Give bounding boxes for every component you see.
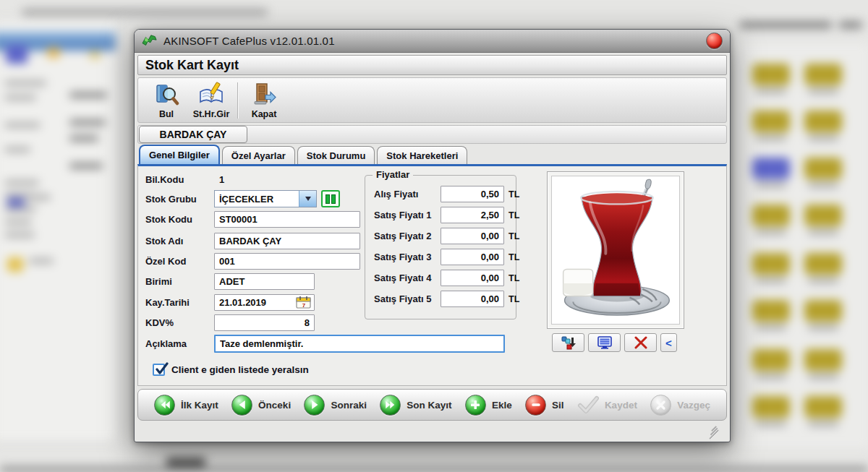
currency-label: TL	[509, 294, 519, 304]
ozel-kod-label: Özel Kod	[145, 256, 186, 267]
price-row: Satış Fiyatı 3 TL	[365, 249, 516, 266]
delete-record-icon	[525, 395, 546, 416]
backdrop-grid-icon	[752, 300, 790, 322]
st-hr-gir-button[interactable]: St.Hr.Gir	[189, 80, 234, 121]
delete-image-button[interactable]	[624, 333, 657, 352]
aciklama-input[interactable]	[214, 335, 505, 353]
pause-bars-icon	[326, 194, 330, 204]
backdrop-grid-caption	[808, 231, 838, 234]
close-button[interactable]	[706, 33, 723, 49]
backdrop-grid-caption	[756, 137, 786, 140]
backdrop-header-text2	[839, 22, 862, 28]
satis-fiyati-4-input[interactable]	[441, 270, 504, 286]
satis-fiyati-2-input[interactable]	[441, 228, 504, 244]
tea-glass-image	[552, 176, 679, 324]
backdrop-grid-caption	[808, 184, 838, 187]
backdrop-grid-icon	[752, 64, 790, 85]
backdrop-text-line	[69, 163, 103, 168]
backdrop-text-line	[69, 136, 98, 141]
satis-fiyati-2-label: Satış Fiyatı 2	[374, 231, 431, 241]
preview-image-button[interactable]	[588, 333, 621, 352]
product-image-frame	[547, 171, 684, 329]
price-row: Alış Fiyatı TL	[365, 186, 516, 203]
son-kayit-button[interactable]: Son Kayıt	[377, 393, 454, 417]
backdrop-grid-icon	[752, 111, 790, 132]
backdrop-text-line	[4, 123, 41, 127]
backdrop-grid-icon	[752, 205, 790, 226]
stok-kodu-input[interactable]	[214, 211, 360, 228]
backdrop-total-text	[166, 458, 205, 466]
save-check-icon	[577, 395, 599, 414]
client-list-checkbox[interactable]	[153, 364, 165, 376]
stok-adi-label: Stok Adı	[145, 236, 183, 246]
last-record-icon	[380, 395, 401, 416]
previous-image-button[interactable]: <	[660, 333, 677, 352]
backdrop-text-line	[4, 181, 39, 185]
satis-fiyati-3-input[interactable]	[441, 249, 504, 265]
backdrop-grid-caption	[756, 231, 786, 234]
calendar-picker-button[interactable]: 7	[294, 296, 313, 309]
window-title: AKINSOFT CafePlus v12.01.01.01	[163, 35, 335, 47]
birimi-input[interactable]	[214, 273, 315, 290]
alis-fiyati-label: Alış Fiyatı	[374, 189, 418, 199]
add-record-icon	[465, 395, 486, 416]
kaydet-button[interactable]: Kaydet	[574, 394, 640, 416]
bil-kodu-value: 1	[219, 174, 224, 185]
tab-stok-hareketleri[interactable]: Stok Hareketleri	[377, 146, 467, 164]
sonraki-button[interactable]: Sonraki	[301, 393, 370, 417]
tab-ozel-ayarlar[interactable]: Özel Ayarlar	[222, 146, 295, 164]
akinsoft-logo-icon	[142, 34, 158, 48]
backdrop-text-line	[4, 81, 46, 85]
satis-fiyati-5-input[interactable]	[441, 291, 504, 307]
backdrop-grid-caption	[756, 90, 786, 93]
dropdown-button[interactable]	[299, 191, 316, 207]
calendar-icon: 7	[295, 296, 312, 309]
resize-grip[interactable]	[708, 427, 720, 437]
bul-button[interactable]: Bul	[144, 80, 189, 121]
kdv-input[interactable]	[214, 314, 315, 331]
satis-fiyati-1-input[interactable]	[441, 207, 504, 223]
satis-fiyati-5-label: Satış Fiyatı 5	[374, 293, 431, 304]
toolbar-button-label: Kapat	[252, 109, 277, 119]
exit-door-icon	[251, 82, 277, 108]
tab-stok-durumu[interactable]: Stok Durumu	[297, 146, 375, 164]
backdrop-text-line	[4, 95, 36, 100]
onceki-button[interactable]: Önceki	[229, 393, 294, 417]
record-name-chip[interactable]: BARDAK ÇAY	[139, 126, 247, 143]
sil-button[interactable]: Sil	[522, 393, 567, 417]
satis-fiyati-1-label: Satış Fiyatı 1	[374, 210, 431, 220]
tab-genel-bilgiler[interactable]: Genel Bilgiler	[139, 145, 220, 164]
stok-grubu-list-button[interactable]	[321, 190, 340, 207]
price-row: Satış Fiyatı 1 TL	[365, 207, 516, 224]
currency-label: TL	[509, 252, 519, 262]
backdrop-text-line	[29, 195, 51, 199]
backdrop-grid-icon	[804, 396, 842, 418]
ekle-button[interactable]: Ekle	[462, 393, 515, 417]
backdrop-grid-icon	[804, 158, 842, 179]
client-list-checkbox-row[interactable]: Client e giden listede yeralsın	[153, 364, 309, 376]
stok-grubu-select[interactable]: İÇECEKLER	[214, 190, 317, 207]
chevron-down-icon	[305, 197, 311, 201]
stok-adi-input[interactable]	[214, 233, 360, 249]
next-record-icon	[304, 395, 325, 416]
alis-fiyati-input[interactable]	[441, 186, 504, 202]
vazgec-button[interactable]: Vazgeç	[647, 393, 713, 417]
backdrop-text-line	[4, 147, 30, 152]
toolbar-button-label: St.Hr.Gir	[193, 109, 230, 119]
record-name-bar: BARDAK ÇAY	[137, 125, 727, 144]
toolbar: Bul St.Hr.Gir Kapat	[137, 77, 727, 123]
backdrop-grid-caption	[756, 375, 786, 379]
backdrop-grid-caption	[756, 184, 786, 187]
backdrop-grid-caption	[808, 279, 838, 283]
ozel-kod-input[interactable]	[214, 253, 360, 270]
window-titlebar[interactable]: AKINSOFT CafePlus v12.01.01.01	[135, 30, 730, 53]
backdrop-blue-icon	[6, 45, 27, 64]
load-image-button[interactable]	[552, 333, 584, 352]
ilk-kayit-button[interactable]: İlk Kayıt	[151, 393, 221, 417]
kay-tarihi-label: Kay.Tarihi	[145, 297, 190, 308]
fiyatlar-groupbox: Fiyatlar Alış Fiyatı TL Satış Fiyatı 1 T…	[365, 175, 516, 319]
checkmark-icon	[154, 361, 170, 377]
kapat-button[interactable]: Kapat	[242, 80, 286, 121]
search-book-icon	[153, 82, 179, 108]
backdrop-grid-icon	[804, 300, 842, 322]
